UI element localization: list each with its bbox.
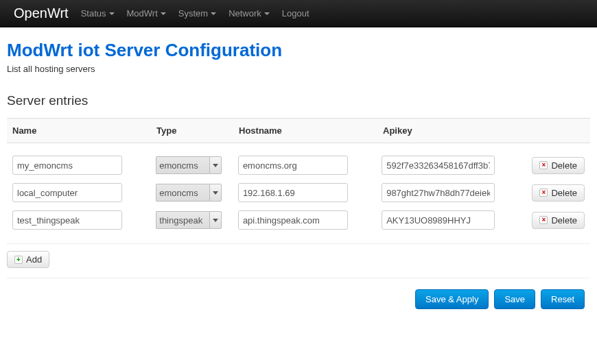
type-select-toggle[interactable] (209, 211, 222, 229)
navbar: OpenWrt Status ModWrt System Network Log… (0, 0, 597, 27)
table-row: × Delete (7, 179, 590, 206)
nav-item-network[interactable]: Network (229, 8, 270, 19)
delete-button[interactable]: × Delete (532, 212, 585, 229)
col-header-actions (534, 125, 585, 136)
nav-item-modwrt[interactable]: ModWrt (127, 8, 166, 19)
nav-item-system[interactable]: System (178, 8, 216, 19)
save-apply-button[interactable]: Save & Apply (415, 289, 489, 309)
delete-button[interactable]: × Delete (532, 184, 585, 202)
delete-label: Delete (551, 160, 577, 171)
nav-label: System (178, 8, 208, 19)
brand[interactable]: OpenWrt (14, 5, 69, 21)
server-table: Name Type Hostname Apikey × (7, 118, 590, 278)
chevron-down-icon (264, 12, 270, 15)
type-select-toggle[interactable] (209, 156, 222, 174)
table-row: × Delete (7, 206, 590, 234)
table-row: × Delete (7, 151, 590, 179)
nav-label: ModWrt (127, 8, 158, 19)
page-subtitle: List all hosting servers (7, 64, 590, 74)
add-label: Add (26, 254, 42, 265)
name-input[interactable] (12, 183, 122, 202)
footer-actions: Save & Apply Save Reset (7, 278, 590, 316)
nav-label: Network (229, 8, 261, 19)
nav-item-logout[interactable]: Logout (282, 8, 309, 19)
name-input[interactable] (12, 210, 122, 230)
delete-label: Delete (551, 215, 577, 226)
apikey-input[interactable] (382, 183, 495, 202)
name-input[interactable] (12, 156, 122, 175)
nav-label: Status (81, 8, 106, 19)
col-header-hostname: Hostname (239, 125, 383, 136)
nav-item-status[interactable]: Status (81, 8, 115, 19)
save-button[interactable]: Save (494, 289, 535, 309)
nav-menu: Status ModWrt System Network Logout (81, 8, 322, 19)
chevron-down-icon (161, 12, 166, 15)
add-button[interactable]: + Add (7, 251, 49, 268)
type-select-value[interactable] (156, 184, 209, 202)
delete-label: Delete (551, 188, 577, 198)
chevron-down-icon (211, 12, 216, 15)
hostname-input[interactable] (238, 183, 348, 202)
type-select-toggle[interactable] (209, 184, 222, 202)
add-row: + Add (7, 243, 590, 278)
chevron-down-icon (213, 164, 218, 167)
chevron-down-icon (213, 191, 218, 195)
chevron-down-icon (213, 219, 218, 222)
apikey-input[interactable] (382, 210, 495, 230)
add-icon: + (14, 256, 23, 264)
col-header-type: Type (156, 125, 239, 136)
hostname-input[interactable] (238, 156, 348, 175)
chevron-down-icon (109, 12, 115, 15)
table-body: × Delete × Delet (7, 143, 590, 236)
col-header-apikey: Apikey (383, 125, 534, 136)
nav-label: Logout (282, 8, 309, 19)
apikey-input[interactable] (382, 156, 495, 175)
type-select[interactable] (156, 211, 238, 229)
hostname-input[interactable] (238, 210, 348, 230)
main-container: ModWrt iot Server Configuration List all… (0, 27, 597, 330)
col-header-name: Name (12, 125, 156, 136)
type-select-value[interactable] (156, 211, 209, 229)
section-title: Server entries (7, 93, 590, 108)
type-select[interactable] (156, 156, 238, 174)
delete-button[interactable]: × Delete (532, 157, 585, 174)
delete-icon: × (539, 161, 548, 169)
type-select[interactable] (156, 184, 238, 202)
type-select-value[interactable] (156, 156, 209, 174)
page-title: ModWrt iot Server Configuration (7, 40, 590, 61)
delete-icon: × (539, 216, 548, 224)
reset-button[interactable]: Reset (541, 289, 585, 309)
table-header: Name Type Hostname Apikey (7, 119, 590, 143)
delete-icon: × (539, 189, 548, 197)
